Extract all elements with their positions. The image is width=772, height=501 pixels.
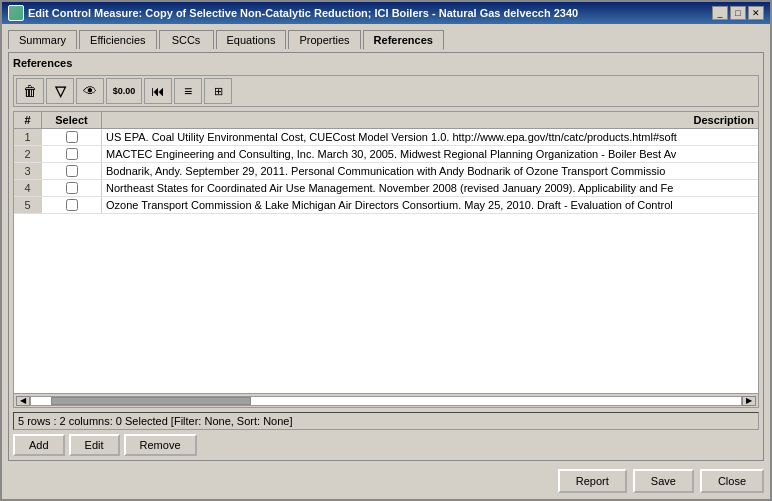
scroll-right-button[interactable]: ▶ (742, 396, 756, 406)
row-desc-1: US EPA. Coal Utility Environmental Cost,… (102, 129, 758, 145)
row-num-5: 5 (14, 197, 42, 213)
footer-row: Report Save Close (8, 465, 764, 493)
tab-summary[interactable]: Summary (8, 30, 77, 49)
title-bar: Edit Control Measure: Copy of Selective … (2, 2, 770, 24)
col-num-header: # (14, 112, 42, 128)
col-desc-header: Description (102, 112, 758, 128)
h-scroll-thumb[interactable] (51, 397, 251, 405)
row-checkbox-2[interactable] (66, 148, 78, 160)
tab-equations[interactable]: Equations (216, 30, 287, 49)
first-button[interactable]: ⏮ (144, 78, 172, 104)
view-button[interactable]: 👁 (76, 78, 104, 104)
status-bar: 5 rows : 2 columns: 0 Selected [Filter: … (13, 412, 759, 430)
save-button[interactable]: Save (633, 469, 694, 493)
trash-icon: 🗑 (23, 83, 37, 99)
tab-properties[interactable]: Properties (288, 30, 360, 49)
table-row: 2 MACTEC Engineering and Consulting, Inc… (14, 146, 758, 163)
table-row: 4 Northeast States for Coordinated Air U… (14, 180, 758, 197)
delete-button[interactable]: 🗑 (16, 78, 44, 104)
row-num-4: 4 (14, 180, 42, 196)
bottom-buttons: Add Edit Remove (13, 434, 759, 456)
row-select-1 (42, 129, 102, 145)
row-num-2: 2 (14, 146, 42, 162)
list-icon: ≡ (184, 83, 192, 99)
table-row: 5 Ozone Transport Commission & Lake Mich… (14, 197, 758, 214)
row-checkbox-3[interactable] (66, 165, 78, 177)
maximize-button[interactable]: □ (730, 6, 746, 20)
window-icon (8, 5, 24, 21)
row-num-1: 1 (14, 129, 42, 145)
h-scrollbar[interactable] (30, 396, 742, 406)
scroll-left-button[interactable]: ◀ (16, 396, 30, 406)
row-num-3: 3 (14, 163, 42, 179)
tab-references[interactable]: References (363, 30, 444, 50)
row-desc-3: Bodnarik, Andy. September 29, 2011. Pers… (102, 163, 758, 179)
tab-bar: Summary Efficiencies SCCs Equations Prop… (8, 30, 764, 49)
row-select-5 (42, 197, 102, 213)
h-scrollbar-area: ◀ ▶ (14, 393, 758, 407)
col-select-header: Select (42, 112, 102, 128)
grid-button[interactable]: ⊞ (204, 78, 232, 104)
row-select-3 (42, 163, 102, 179)
table-header: # Select Description (14, 112, 758, 129)
row-checkbox-1[interactable] (66, 131, 78, 143)
row-desc-4: Northeast States for Coordinated Air Use… (102, 180, 758, 196)
references-panel: References 🗑 ▽ 👁 $0.00 ⏮ (8, 52, 764, 461)
filter-icon: ▽ (55, 83, 66, 99)
minimize-button[interactable]: _ (712, 6, 728, 20)
eye-icon: 👁 (83, 83, 97, 99)
window-content: Summary Efficiencies SCCs Equations Prop… (2, 24, 770, 499)
close-button[interactable]: ✕ (748, 6, 764, 20)
title-bar-controls: _ □ ✕ (712, 6, 764, 20)
edit-button[interactable]: Edit (69, 434, 120, 456)
row-select-4 (42, 180, 102, 196)
references-table: # Select Description 1 US EPA. Coal Util… (13, 111, 759, 408)
grid-icon: ⊞ (214, 85, 223, 98)
tab-sccs[interactable]: SCCs (159, 30, 214, 49)
row-checkbox-5[interactable] (66, 199, 78, 211)
filter-button[interactable]: ▽ (46, 78, 74, 104)
row-select-2 (42, 146, 102, 162)
remove-button[interactable]: Remove (124, 434, 197, 456)
panel-label: References (13, 57, 759, 69)
report-button[interactable]: Report (558, 469, 627, 493)
tab-efficiencies[interactable]: Efficiencies (79, 30, 156, 49)
window-title: Edit Control Measure: Copy of Selective … (28, 7, 578, 19)
main-window: Edit Control Measure: Copy of Selective … (0, 0, 772, 501)
close-button[interactable]: Close (700, 469, 764, 493)
list-button[interactable]: ≡ (174, 78, 202, 104)
row-checkbox-4[interactable] (66, 182, 78, 194)
row-desc-2: MACTEC Engineering and Consulting, Inc. … (102, 146, 758, 162)
dollar-icon: $0.00 (113, 86, 136, 96)
toolbar: 🗑 ▽ 👁 $0.00 ⏮ ≡ ⊞ (13, 75, 759, 107)
table-body: 1 US EPA. Coal Utility Environmental Cos… (14, 129, 758, 393)
dollar-button[interactable]: $0.00 (106, 78, 142, 104)
row-desc-5: Ozone Transport Commission & Lake Michig… (102, 197, 758, 213)
first-icon: ⏮ (151, 83, 165, 99)
table-row: 3 Bodnarik, Andy. September 29, 2011. Pe… (14, 163, 758, 180)
table-row: 1 US EPA. Coal Utility Environmental Cos… (14, 129, 758, 146)
add-button[interactable]: Add (13, 434, 65, 456)
